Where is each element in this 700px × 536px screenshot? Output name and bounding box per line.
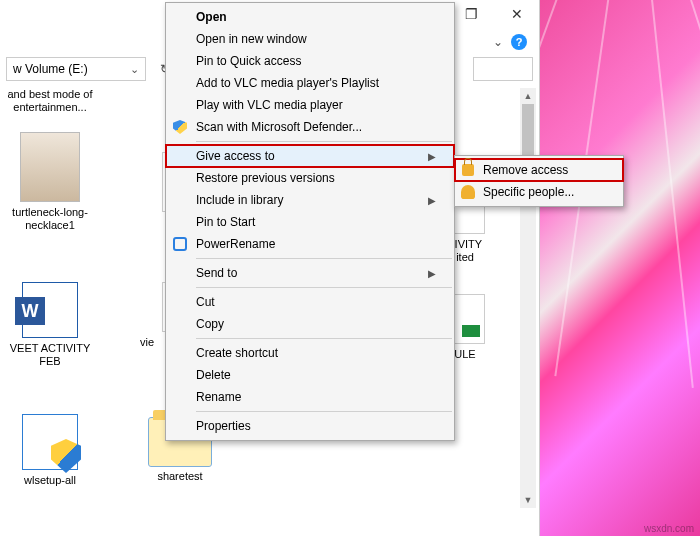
- menu-item-shortcut[interactable]: Create shortcut: [166, 342, 454, 364]
- menu-item-label: Create shortcut: [196, 346, 278, 360]
- menu-item-label: Open: [196, 10, 227, 24]
- submenu-arrow-icon: ▶: [428, 195, 436, 206]
- menu-item-label: Restore previous versions: [196, 171, 335, 185]
- menu-item-properties[interactable]: Properties: [166, 415, 454, 437]
- search-input[interactable]: [473, 57, 533, 81]
- people-icon: [460, 184, 476, 200]
- menu-item-open-new[interactable]: Open in new window: [166, 28, 454, 50]
- menu-item-powerrename[interactable]: PowerRename: [166, 233, 454, 255]
- path-dropdown[interactable]: w Volume (E:) ⌄: [6, 57, 146, 81]
- submenu-item-label: Specific people...: [483, 185, 574, 199]
- menu-item-label: Pin to Quick access: [196, 54, 301, 68]
- padlock-icon: [460, 162, 476, 178]
- menu-item-label: Rename: [196, 390, 241, 404]
- submenu-item-specific-people[interactable]: Specific people...: [455, 181, 623, 203]
- menu-item-give-access[interactable]: Give access to▶: [166, 145, 454, 167]
- file-item[interactable]: and best mode of entertainmen...: [0, 84, 100, 114]
- menu-item-rename[interactable]: Rename: [166, 386, 454, 408]
- menu-separator: [196, 141, 452, 142]
- menu-item-play-vlc[interactable]: Play with VLC media player: [166, 94, 454, 116]
- context-menu: OpenOpen in new windowPin to Quick acces…: [165, 2, 455, 441]
- shield-icon: [172, 119, 188, 135]
- power-icon: [172, 236, 188, 252]
- menu-item-label: Add to VLC media player's Playlist: [196, 76, 379, 90]
- scroll-up-arrow[interactable]: ▲: [520, 88, 536, 104]
- menu-item-scan-def[interactable]: Scan with Microsoft Defender...: [166, 116, 454, 138]
- menu-item-label: Play with VLC media player: [196, 98, 343, 112]
- menu-item-label: Copy: [196, 317, 224, 331]
- menu-separator: [196, 258, 452, 259]
- menu-item-label: Send to: [196, 266, 237, 280]
- menu-item-label: Open in new window: [196, 32, 307, 46]
- path-text: w Volume (E:): [13, 62, 88, 76]
- submenu-item-label: Remove access: [483, 163, 568, 177]
- help-icon[interactable]: ?: [511, 34, 527, 50]
- file-label: and best mode of entertainmen...: [0, 88, 100, 114]
- menu-item-cut[interactable]: Cut: [166, 291, 454, 313]
- menu-item-incl-lib[interactable]: Include in library▶: [166, 189, 454, 211]
- menu-item-label: Properties: [196, 419, 251, 433]
- file-label: turtleneck-long-necklace1: [0, 206, 100, 232]
- file-label: sharetest: [130, 470, 230, 483]
- installer-icon: [22, 414, 78, 470]
- menu-item-pin-qa[interactable]: Pin to Quick access: [166, 50, 454, 72]
- give-access-submenu: Remove accessSpecific people...: [454, 155, 624, 207]
- menu-item-delete[interactable]: Delete: [166, 364, 454, 386]
- chevron-down-icon: ⌄: [130, 63, 139, 76]
- file-item[interactable]: VEET ACTIVITY FEB: [0, 272, 100, 368]
- word-doc-icon: [22, 282, 78, 338]
- menu-item-add-vlc[interactable]: Add to VLC media player's Playlist: [166, 72, 454, 94]
- menu-item-label: Give access to: [196, 149, 275, 163]
- menu-item-send-to[interactable]: Send to▶: [166, 262, 454, 284]
- menu-item-restore-ver[interactable]: Restore previous versions: [166, 167, 454, 189]
- menu-item-label: Cut: [196, 295, 215, 309]
- menu-item-label: Delete: [196, 368, 231, 382]
- file-label: VEET ACTIVITY FEB: [0, 342, 100, 368]
- menu-separator: [196, 338, 452, 339]
- restore-button[interactable]: ❐: [449, 0, 494, 28]
- menu-item-label: Include in library: [196, 193, 283, 207]
- desktop-wallpaper: [540, 0, 700, 536]
- file-item[interactable]: turtleneck-long-necklace1: [0, 132, 100, 232]
- menu-item-copy[interactable]: Copy: [166, 313, 454, 335]
- menu-item-label: Pin to Start: [196, 215, 255, 229]
- submenu-arrow-icon: ▶: [428, 268, 436, 279]
- submenu-item-remove-access[interactable]: Remove access: [455, 159, 623, 181]
- vertical-scrollbar[interactable]: ▲ ▼: [520, 88, 536, 508]
- scroll-down-arrow[interactable]: ▼: [520, 492, 536, 508]
- menu-item-label: PowerRename: [196, 237, 275, 251]
- menu-item-open[interactable]: Open: [166, 6, 454, 28]
- menu-item-label: Scan with Microsoft Defender...: [196, 120, 362, 134]
- menu-separator: [196, 411, 452, 412]
- menu-item-pin-start[interactable]: Pin to Start: [166, 211, 454, 233]
- watermark: wsxdn.com: [644, 523, 694, 534]
- close-button[interactable]: ✕: [494, 0, 539, 28]
- submenu-arrow-icon: ▶: [428, 151, 436, 162]
- image-thumbnail: [20, 132, 80, 202]
- file-label: wlsetup-all: [0, 474, 100, 487]
- menu-separator: [196, 287, 452, 288]
- chevron-down-icon[interactable]: ⌄: [493, 35, 503, 49]
- file-item[interactable]: wlsetup-all: [0, 404, 100, 487]
